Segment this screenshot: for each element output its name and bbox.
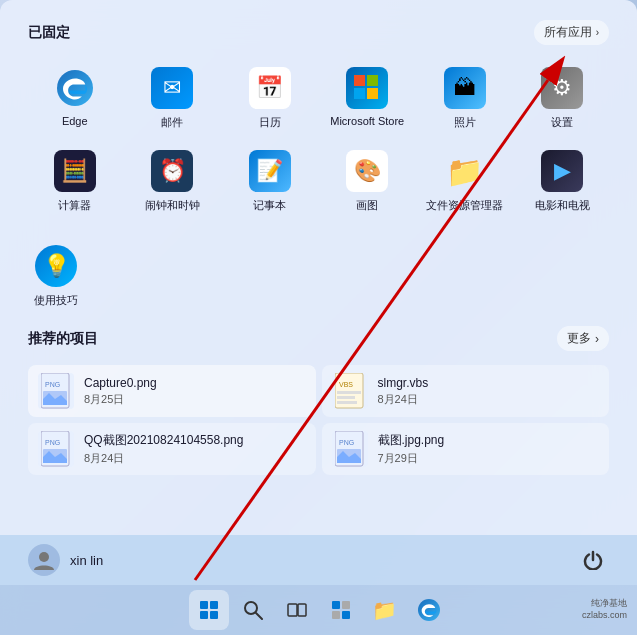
svg-rect-30 [288,604,297,616]
tips-icon: 💡 [35,245,77,287]
recommended-section-header: 推荐的项目 更多 › [28,326,609,351]
power-button[interactable] [577,544,609,576]
edge-icon [57,70,93,106]
user-avatar [28,544,60,576]
app-notepad[interactable]: 📝 记事本 [223,142,317,221]
app-mail-label: 邮件 [161,115,183,130]
mail-icon: ✉ [151,67,193,109]
app-photos-label: 照片 [454,115,476,130]
app-photos[interactable]: 🏔 照片 [418,59,512,138]
svg-rect-25 [210,601,218,609]
app-calendar-label: 日历 [259,115,281,130]
store-icon [346,67,388,109]
rec-jietupng-name: 截图.jpg.png [378,432,445,449]
svg-rect-32 [332,601,340,609]
svg-rect-3 [354,88,365,99]
user-info[interactable]: xin lin [28,544,103,576]
app-paint[interactable]: 🎨 画图 [321,142,415,221]
svg-rect-34 [332,611,340,619]
app-files[interactable]: 📁 文件资源管理器 [418,142,512,221]
jietupng-file-icon: PNG [332,431,368,467]
app-movies[interactable]: ▶ 电影和电视 [516,142,610,221]
app-tips-label: 使用技巧 [34,293,78,308]
svg-rect-2 [367,75,378,86]
app-mail[interactable]: ✉ 邮件 [126,59,220,138]
clock-icon: ⏰ [151,150,193,192]
svg-rect-14 [337,401,357,404]
app-settings[interactable]: ⚙ 设置 [516,59,610,138]
rec-qq-date: 8月24日 [84,451,243,466]
taskbar-right: 纯净基地 czlabs.com [582,598,627,621]
chevron-right-icon: › [596,27,599,38]
app-settings-label: 设置 [551,115,573,130]
app-store-label: Microsoft Store [330,115,404,127]
app-paint-label: 画图 [356,198,378,213]
photos-icon: 🏔 [444,67,486,109]
rec-slmgr-date: 8月24日 [378,392,429,407]
qq-file-icon: PNG [38,431,74,467]
taskbar: 📁 纯净基地 czlabs.com [0,585,637,635]
app-calculator[interactable]: 🧮 计算器 [28,142,122,221]
notepad-icon: 📝 [249,150,291,192]
pinned-apps-grid: Edge ✉ 邮件 📅 日历 Microsoft Store [28,59,609,221]
slmgr-file-icon: VBS [332,373,368,409]
taskbar-taskview-button[interactable] [277,590,317,630]
capture-file-icon: PNG [38,373,74,409]
png-file-icon: PNG [41,373,71,409]
rec-jietupng-info: 截图.jpg.png 7月29日 [378,432,445,466]
taskbar-explorer-button[interactable]: 📁 [365,590,405,630]
rec-capture-name: Capture0.png [84,376,157,390]
svg-text:PNG: PNG [45,439,60,446]
taskbar-search-button[interactable] [233,590,273,630]
taskbar-edge-button[interactable] [409,590,449,630]
widgets-icon [331,600,351,620]
watermark: 纯净基地 czlabs.com [582,598,627,621]
svg-rect-13 [337,396,355,399]
rec-capture-date: 8月25日 [84,392,157,407]
rec-capture-info: Capture0.png 8月25日 [84,376,157,407]
svg-text:PNG: PNG [339,439,354,446]
app-calendar[interactable]: 📅 日历 [223,59,317,138]
svg-point-23 [39,552,49,562]
start-menu: 已固定 所有应用 › E [0,0,637,585]
app-files-label: 文件资源管理器 [426,198,503,213]
folder-icon: 📁 [372,598,397,622]
more-button[interactable]: 更多 › [557,326,609,351]
taskbar-start-button[interactable] [189,590,229,630]
svg-rect-35 [342,611,350,619]
rec-item-capture[interactable]: PNG Capture0.png 8月25日 [28,365,316,417]
rec-qq-name: QQ截图20210824104558.png [84,432,243,449]
recommended-title: 推荐的项目 [28,330,98,348]
jietupng-file-icon-svg: PNG [335,431,365,467]
rec-item-qq[interactable]: PNG QQ截图20210824104558.png 8月24日 [28,423,316,475]
app-edge[interactable]: Edge [28,59,122,138]
app-clock[interactable]: ⏰ 闹钟和时钟 [126,142,220,221]
rec-slmgr-info: slmgr.vbs 8月24日 [378,376,429,407]
rec-qq-info: QQ截图20210824104558.png 8月24日 [84,432,243,466]
svg-rect-1 [354,75,365,86]
taskbar-edge-icon [418,599,440,621]
taskview-icon [287,600,307,620]
rec-jietupng-date: 7月29日 [378,451,445,466]
settings-icon: ⚙ [541,67,583,109]
pinned-title: 已固定 [28,24,70,42]
svg-rect-27 [210,611,218,619]
rec-item-jietupng[interactable]: PNG 截图.jpg.png 7月29日 [322,423,610,475]
user-icon [34,550,54,570]
svg-rect-4 [367,88,378,99]
app-store[interactable]: Microsoft Store [321,59,415,138]
svg-rect-12 [337,391,361,394]
taskbar-icons: 📁 [189,590,449,630]
svg-line-29 [256,613,262,619]
app-tips[interactable]: 💡 使用技巧 [30,237,82,316]
taskbar-widgets-button[interactable] [321,590,361,630]
all-apps-button[interactable]: 所有应用 › [534,20,609,45]
user-name: xin lin [70,553,103,568]
svg-text:VBS: VBS [339,381,353,388]
files-icon: 📁 [444,150,486,192]
svg-rect-31 [298,604,306,616]
app-clock-label: 闹钟和时钟 [145,198,200,213]
svg-text:PNG: PNG [45,381,60,388]
rec-item-slmgr[interactable]: VBS slmgr.vbs 8月24日 [322,365,610,417]
paint-icon: 🎨 [346,150,388,192]
